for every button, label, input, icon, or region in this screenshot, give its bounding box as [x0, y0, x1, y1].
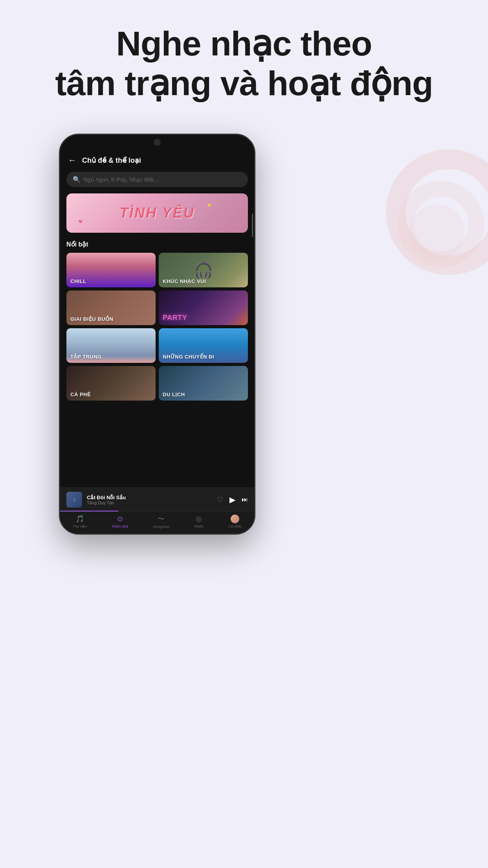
page-headline: Nghe nhạc theo tâm trạng và hoạt động [0, 24, 488, 103]
playback-controls: ♡ ▶ ⏭ [217, 495, 248, 504]
genre-grid-row2: GIAI ĐIỆU BUỒN PARTY [60, 291, 254, 325]
like-button[interactable]: ♡ [217, 495, 223, 504]
phone-screen: ← Chủ đề & thể loại 🔍 Ngủ ngon, K-Pop, N… [60, 135, 254, 533]
genre-khuc-nhac-vui[interactable]: 🎧 KHÚC NHẠC VUI [159, 253, 248, 287]
genre-party[interactable]: PARTY [159, 291, 248, 325]
nav-discover[interactable]: ⊙ Khám phá [112, 515, 128, 528]
library-label: Thư viện [73, 524, 87, 528]
khuc-label: KHÚC NHẠC VUI [159, 275, 248, 287]
headline-line1: Nghe nhạc theo [116, 24, 372, 63]
radio-label: Radio [194, 524, 204, 528]
library-icon: 🎵 [75, 515, 84, 523]
caphe-label: CÀ PHÊ [66, 388, 156, 401]
giai-label: GIAI ĐIỆU BUỒN [66, 313, 156, 325]
nhung-label: NHỮNG CHUYẾN ĐI [159, 351, 248, 363]
chill-label: CHILL [66, 275, 156, 287]
zingchart-icon: 〜 [158, 514, 165, 524]
section-label: Nổi bật [60, 241, 254, 253]
bg-decoration-3 [409, 204, 464, 259]
nav-profile[interactable]: Cá nhân [228, 515, 242, 528]
dulich-label: DU LỊCH [159, 388, 248, 401]
profile-avatar [231, 515, 239, 523]
track-title: Cắt Đôi Nỗi Sầu [87, 495, 212, 500]
tap-label: TẬP TRUNG [66, 351, 156, 363]
screen-title: Chủ đề & thể loại [82, 156, 141, 165]
genre-chill[interactable]: CHILL [66, 253, 156, 287]
nav-library[interactable]: 🎵 Thư viện [73, 515, 87, 528]
nav-zingchart[interactable]: 〜 #zingchart [153, 514, 169, 529]
zingchart-label: #zingchart [153, 525, 169, 529]
back-button[interactable]: ← [68, 155, 77, 166]
genre-grid-row3: TẬP TRUNG NHỮNG CHUYẾN ĐI [60, 328, 254, 363]
party-label: PARTY [159, 311, 248, 325]
genre-tap-trung[interactable]: TẬP TRUNG [66, 328, 156, 363]
star-decoration: ✦ [206, 200, 213, 210]
scrollbar[interactable] [252, 213, 253, 237]
radio-icon: ◎ [196, 515, 202, 523]
heart-decoration: ❤ [78, 219, 83, 225]
profile-label: Cá nhân [228, 524, 242, 528]
phone-frame: ← Chủ đề & thể loại 🔍 Ngủ ngon, K-Pop, N… [59, 134, 255, 535]
genre-du-lich[interactable]: DU LỊCH [159, 366, 248, 401]
headline-line2: tâm trạng và hoạt động [55, 64, 433, 103]
featured-banner[interactable]: TÌNH YÊU ✦ ❤ [66, 193, 248, 233]
nav-radio[interactable]: ◎ Radio [194, 515, 204, 528]
genre-grid-row1: CHILL 🎧 KHÚC NHẠC VUI [60, 253, 254, 287]
track-info: Cắt Đôi Nỗi Sầu Tăng Duy Tân [87, 495, 212, 505]
genre-nhung-chuyen-di[interactable]: NHỮNG CHUYẾN ĐI [159, 328, 248, 363]
genre-ca-phe[interactable]: CÀ PHÊ [66, 366, 156, 401]
search-placeholder-text: Ngủ ngon, K-Pop, Nhạc Mới,... [84, 177, 160, 183]
genre-grid-row4: CÀ PHÊ DU LỊCH [60, 366, 254, 401]
discover-icon: ⊙ [117, 515, 123, 523]
play-button[interactable]: ▶ [229, 495, 235, 504]
track-artist: Tăng Duy Tân [87, 500, 212, 505]
now-playing-bar[interactable]: ♪ Cắt Đôi Nỗi Sầu Tăng Duy Tân ♡ ▶ ⏭ [60, 487, 254, 511]
featured-text: TÌNH YÊU [119, 205, 194, 221]
phone-notch [154, 139, 161, 146]
discover-label: Khám phá [112, 524, 128, 528]
search-bar[interactable]: 🔍 Ngủ ngon, K-Pop, Nhạc Mới,... [66, 172, 248, 187]
bottom-navigation: 🎵 Thư viện ⊙ Khám phá 〜 #zingchart ◎ Rad… [60, 511, 254, 533]
album-art: ♪ [66, 492, 82, 508]
skip-button[interactable]: ⏭ [242, 496, 248, 503]
search-icon: 🔍 [73, 176, 81, 183]
genre-giai-dieu-buon[interactable]: GIAI ĐIỆU BUỒN [66, 291, 156, 325]
